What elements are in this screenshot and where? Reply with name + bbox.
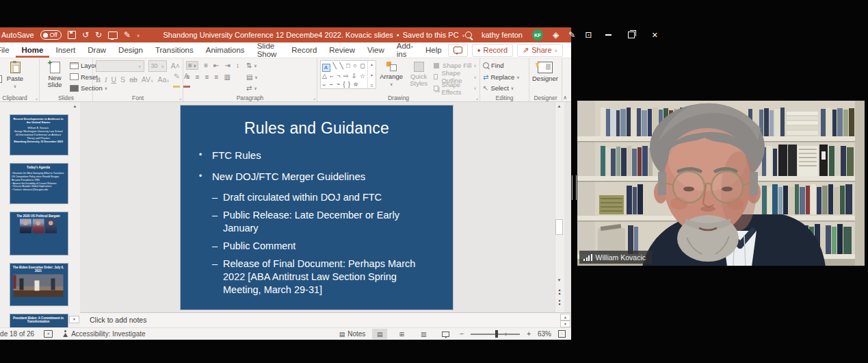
slide-18[interactable]: Rules and Guidance •FTC Rules •New DOJ/F… <box>181 105 453 310</box>
minimize-button[interactable] <box>601 27 615 42</box>
premium-diamond-icon[interactable]: ◈ <box>553 31 559 39</box>
customize-toolbar-chevron-icon[interactable]: ∨ <box>137 33 140 38</box>
convert-smartart-button[interactable]: ⇄∨ <box>246 84 258 92</box>
scroll-down-icon[interactable]: ▼ <box>555 278 564 282</box>
quick-styles-button[interactable]: Quick Styles <box>406 60 431 93</box>
next-slide-button[interactable]: ▼▼ <box>555 299 564 306</box>
normal-view-button[interactable]: ▤ <box>372 329 387 339</box>
textbox-shape-icon[interactable]: A <box>322 64 330 72</box>
search-icon[interactable] <box>465 32 472 38</box>
find-button[interactable]: Find <box>483 61 520 70</box>
tab-view[interactable]: View <box>361 42 391 58</box>
designer-button[interactable]: Designer <box>532 60 558 93</box>
tab-file[interactable]: File <box>0 42 16 58</box>
arrange-button[interactable]: Arrange ∨ <box>379 60 404 93</box>
zoom-slider[interactable] <box>471 334 520 335</box>
select-button[interactable]: ↖Select∨ <box>483 84 520 92</box>
font-dialog-launcher-icon[interactable]: ⌟ <box>179 95 181 101</box>
redo-icon[interactable]: ↻ <box>95 31 102 39</box>
tab-home[interactable]: Home <box>16 42 50 58</box>
share-button[interactable]: ⇗Share∨ <box>517 44 563 57</box>
justify-button[interactable]: ≡ <box>215 73 219 81</box>
columns-button[interactable]: ▥ <box>224 73 230 81</box>
thumbnail-slide-4[interactable]: The Biden Executive Order: July 9, 2021 <box>10 263 68 306</box>
video-tile[interactable]: William Kovacic <box>577 101 865 266</box>
character-spacing-button[interactable]: AV∨ <box>142 75 154 84</box>
change-case-button[interactable]: Aa∨ <box>157 75 169 84</box>
new-slide-button[interactable]: New Slide <box>42 60 67 93</box>
slide-indicator[interactable]: Slide 18 of 26 <box>0 330 34 338</box>
scrollbar-thumb[interactable] <box>555 219 563 235</box>
paragraph-dialog-launcher-icon[interactable]: ⌟ <box>313 95 315 101</box>
numbering-button[interactable]: ≡ <box>204 62 208 69</box>
display-settings-icon[interactable]: × <box>44 330 53 338</box>
shape-effects-button[interactable]: Shape Effects∨ <box>434 84 477 92</box>
align-text-button[interactable]: ▤∨ <box>246 73 258 82</box>
ink-pen-icon[interactable]: ✎ <box>124 31 131 39</box>
bold-button[interactable]: B <box>96 76 101 84</box>
save-icon[interactable] <box>68 31 76 39</box>
accessibility-checker[interactable]: Accessibility: Investigate <box>62 330 145 338</box>
thumbnail-slide-2[interactable]: Today's Agenda • Examine the Most Sweepi… <box>10 163 68 204</box>
align-center-button[interactable]: ≡ <box>196 73 200 81</box>
highlight-color-button[interactable]: ✎ <box>174 72 180 88</box>
reading-view-button[interactable]: ▥ <box>416 329 431 339</box>
shapes-gallery[interactable]: A ╲ ╲ □ ○ ◻ △ ⌐ ¬ ⇨ ⇩ ☆ ⌣ ⌢ ~ { } ☆ ▴ ▾ … <box>320 60 376 89</box>
undo-icon[interactable]: ↺ <box>82 31 89 39</box>
slide-sorter-view-button[interactable]: ⊞ <box>394 329 409 339</box>
notes-button[interactable]: ▤ Notes <box>339 330 366 338</box>
notes-scrollbar[interactable]: ▲ ▼ <box>560 313 571 327</box>
shapes-row1[interactable]: ╲ ╲ □ ○ ◻ <box>333 62 366 69</box>
tab-transitions[interactable]: Transitions <box>149 42 200 58</box>
strikethrough-button[interactable]: ab <box>129 75 137 84</box>
thumbnail-slide-3[interactable]: The 2020 US Political Bargain <box>10 212 68 255</box>
tab-draw[interactable]: Draw <box>81 42 112 58</box>
pencil-icon[interactable]: ✎ <box>568 31 575 39</box>
close-button[interactable]: × <box>648 27 661 42</box>
notes-placeholder[interactable]: Click to add notes <box>80 313 560 327</box>
fit-to-window-icon[interactable]: · <box>558 330 566 338</box>
start-presentation-icon[interactable] <box>108 32 118 39</box>
italic-button[interactable]: I <box>105 76 107 84</box>
underline-button[interactable]: U <box>111 75 117 84</box>
thumb-scroll-down-icon[interactable]: ▼ <box>69 316 79 323</box>
tab-slide-show[interactable]: Slide Show <box>251 42 286 58</box>
comments-button[interactable] <box>448 44 468 57</box>
zoom-out-button[interactable]: − <box>460 330 464 338</box>
thumbnail-scrollbar[interactable]: ▲ ▼ <box>70 102 80 327</box>
tab-animations[interactable]: Animations <box>200 42 251 58</box>
panel-drag-handle[interactable] <box>572 175 577 200</box>
restore-button[interactable] <box>624 27 638 42</box>
slide-title[interactable]: Rules and Guidance <box>181 119 453 138</box>
gallery-down-icon[interactable]: ▾ <box>371 73 373 77</box>
zoom-level[interactable]: 63% <box>538 330 551 338</box>
font-name-combo[interactable]: ∨ <box>96 60 144 72</box>
tab-help[interactable]: Help <box>419 42 448 58</box>
replace-button[interactable]: ⇄Replace∨ <box>483 73 520 82</box>
shapes-row3[interactable]: ⌣ ⌢ ~ { } ☆ <box>322 80 366 88</box>
gallery-up-icon[interactable]: ▴ <box>371 62 373 66</box>
slide-body[interactable]: •FTC Rules •New DOJ/FTC Merger Guideline… <box>181 149 453 297</box>
drawing-dialog-launcher-icon[interactable]: ⌟ <box>476 95 478 101</box>
tab-insert[interactable]: Insert <box>49 42 81 58</box>
presenter-window-icon[interactable]: ⊡ <box>585 31 592 39</box>
clipboard-dialog-launcher-icon[interactable]: ⌟ <box>36 95 38 101</box>
record-button[interactable]: ●Record <box>472 44 513 57</box>
zoom-in-button[interactable]: + <box>527 330 531 338</box>
increase-indent-button[interactable]: ⇥ <box>224 62 230 69</box>
user-name[interactable]: kathy fenton <box>482 31 523 39</box>
gallery-more-icon[interactable]: ≡ <box>371 84 373 88</box>
thumbnail-slide-1[interactable]: Recent Developments in Antitrust in the … <box>10 114 68 155</box>
grow-font-icon[interactable]: A˄ <box>171 62 180 70</box>
slide-canvas[interactable]: Rules and Guidance •FTC Rules •New DOJ/F… <box>80 102 553 312</box>
bullets-button[interactable]: ≡∨ <box>186 61 198 70</box>
scroll-up-icon[interactable]: ▲ <box>555 104 564 108</box>
decrease-indent-button[interactable]: ⇤ <box>213 62 219 69</box>
shapes-row2[interactable]: △ ⌐ ¬ ⇨ ⇩ ☆ <box>322 72 366 80</box>
autosave-toggle[interactable]: Off <box>40 30 62 40</box>
notes-scroll-up-icon[interactable]: ▲ <box>560 314 570 321</box>
tab-record[interactable]: Record <box>285 42 323 58</box>
document-title[interactable]: Shandong University Conference 12 Decemb… <box>163 31 465 39</box>
notes-scroll-down-icon[interactable]: ▼ <box>560 321 570 327</box>
shadow-button[interactable]: S <box>120 75 125 84</box>
